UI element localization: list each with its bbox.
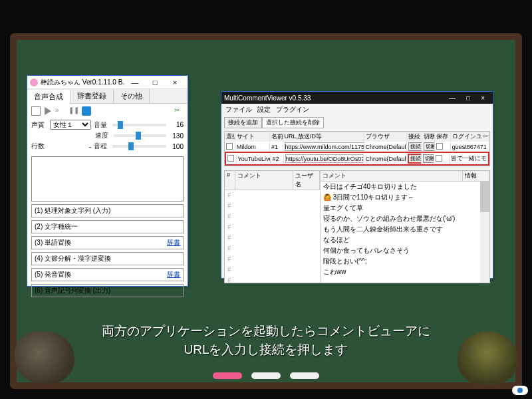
mcv-max-button[interactable]: □ [461,94,475,102]
maximize-button[interactable]: □ [145,76,165,88]
comR-hdr-comment: コメント [321,171,463,181]
play-icon[interactable] [45,107,51,115]
row2-name: #2 [271,155,283,163]
row1-browser[interactable]: Chrome(Default) [364,143,407,151]
pill-indicators [213,372,319,379]
speed-slider[interactable] [114,134,166,137]
speed-value: 130 [169,132,184,140]
th-disconnect: 切断 [422,132,436,142]
mcv-min-button[interactable]: — [444,94,461,102]
bouyomi-window: 棒読みちゃん Ver0.1.11.0 B... — □ × 音声合成 辞書登録 … [27,75,188,287]
row2-browser[interactable]: Chrome(Default) [364,155,406,163]
comR-hdr-info: 情報 [463,171,489,181]
comment-line: 何個か食ってもバレなさそう [321,245,489,256]
tab-voice[interactable]: 音声合成 [27,90,70,104]
row-1[interactable]: (1) 処理対象文字列 (入力) [31,204,184,217]
pause-icon[interactable]: ❚❚ [68,106,78,116]
row2-url-input[interactable] [285,154,364,163]
ff-icon[interactable]: » [55,106,65,116]
app-icon [30,78,38,86]
caption: 両方のアプリケーションを起動したらコメントビューアに URLを入力し接続を押しま… [0,322,532,359]
lines-label: 行数 [31,142,47,151]
dict-link-3[interactable]: 辞書 [167,238,180,247]
menu-file[interactable]: ファイル [225,105,252,114]
titlebar[interactable]: 棒読みちゃん Ver0.1.11.0 B... — □ × [27,76,188,89]
window-title: 棒読みちゃん Ver0.1.11.0 B... [41,78,125,87]
row2-disconnect-button[interactable]: 切断 [423,154,434,163]
menu-bar: ファイル 設定 プラグイン [221,104,493,116]
pitch-slider[interactable] [112,145,166,148]
monster-right-icon [458,331,517,384]
scroll-thumb[interactable] [480,182,489,212]
volume-label: 音量 [94,120,110,130]
mcv-titlebar[interactable]: MultiCommentViewer v0.5.33 — □ × [221,92,493,104]
th-browser: ブラウザ [364,132,407,142]
row1-site[interactable]: Mildom [235,143,270,151]
menu-plugin[interactable]: プラグイン [276,105,309,114]
voice-quality-label: 声質 [31,120,47,130]
row2-connect-button[interactable]: 接続 [408,154,422,164]
comment-line: 量エグくて草 [321,203,489,213]
row-6[interactable]: (6) 音声記号列変換 (出力) [31,284,184,297]
dict-link-5[interactable]: 辞書 [167,270,180,279]
row-5[interactable]: (5) 発音置換辞書 [31,268,184,281]
stop-icon[interactable] [31,106,41,116]
minimize-button[interactable]: — [125,76,145,88]
comment-line: なるほど [321,235,489,245]
subtab-delete[interactable]: 選択した接続を削除 [262,117,324,128]
row2-check[interactable] [227,155,234,162]
th-save: 保存 [435,132,450,142]
caption-line-2: URLを入力し接続を押します [0,340,532,359]
comment-line: 階段とおい(^^; [321,256,489,267]
th-name: 名前 [270,132,283,142]
subtab-add[interactable]: 接続を追加 [224,117,262,128]
voice-select[interactable]: 女性１ [50,120,91,130]
record-badge-icon [512,386,528,395]
volume-slider[interactable] [112,124,166,126]
comment-list[interactable]: 今日はイチゴ40キロ切りました 🙆 3日間で110キロ切ります～ 量エグくて草 … [321,182,489,277]
conn-row-2: YouTubeLive #2 Chrome(Default) 接続 切断 皆で一… [225,152,489,166]
cut-icon[interactable]: ✂ [174,106,184,116]
row1-name: #1 [270,143,283,151]
tab-dict[interactable]: 辞書登録 [70,89,114,103]
comment-line: 寝るのか、ゾウとの組み合わせ最悪だな('ω') [321,213,489,224]
caption-line-1: 両方のアプリケーションを起動したらコメントビューアに [0,322,532,340]
th-site: サイト [235,132,270,142]
pill-3 [290,372,319,379]
th-connect: 接続 [407,132,422,142]
mcv-title: MultiCommentViewer v0.5.33 [224,94,311,102]
row-4[interactable]: (4) 文節分解・漢字逆変換 [31,252,184,265]
tabs: 音声合成 辞書登録 その他 [27,89,188,104]
row2-save-check[interactable] [436,155,442,162]
mcv-window: MultiCommentViewer v0.5.33 — □ × ファイル 設定… [221,91,493,279]
row1-url-input[interactable] [285,142,364,151]
comment-line: もう人間を二人錬金術師出来る重さです [321,224,489,235]
text-area[interactable] [31,156,184,201]
comL-hdr-comment: コメント [235,171,293,190]
conn-row-1: Mildom #1 Chrome(Default) 接続 切断 guest867… [225,142,489,152]
th-user: ログインユーザ名 [451,132,489,142]
monster-left-icon [15,331,74,384]
th-url: URL,放送ID等 [283,132,364,142]
close-button[interactable]: × [165,76,185,88]
comL-hdr-user: ユーザ名 [293,171,320,190]
tab-other[interactable]: その他 [114,89,150,103]
pill-2 [251,372,281,379]
row-3[interactable]: (3) 単語置換辞書 [31,236,184,249]
pitch-label: 音程 [94,142,110,151]
row2-site[interactable]: YouTubeLive [237,155,271,163]
monitor-icon[interactable] [82,106,91,116]
scrollbar[interactable] [480,182,489,283]
row1-check[interactable] [226,143,233,150]
pill-1 [213,372,242,379]
row-2[interactable]: (2) 文字種統一 [31,220,184,233]
menu-settings[interactable]: 設定 [257,105,271,114]
row1-save-check[interactable] [436,143,443,150]
mcv-close-button[interactable]: × [475,94,490,102]
row1-disconnect-button[interactable]: 切断 [424,142,436,151]
comL-hdr-num: # [225,171,235,190]
comL-body: ## ## ## ## # [225,190,320,286]
row1-connect-button[interactable]: 接続 [408,142,422,151]
th-select: 選択 [225,132,235,142]
connection-table: 選択 サイト 名前 URL,放送ID等 ブラウザ 接続 切断 保存 ログインユー… [224,131,490,166]
